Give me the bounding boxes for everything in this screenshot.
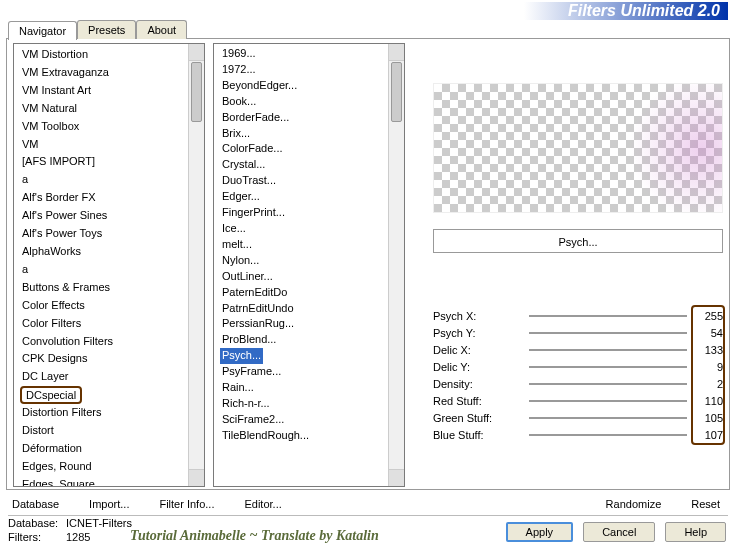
list-item[interactable]: CPK Designs (20, 350, 204, 368)
param-label: Psych Y: (433, 327, 523, 339)
list-item[interactable]: Distortion Filters (20, 404, 204, 422)
tab-presets[interactable]: Presets (77, 20, 136, 39)
tab-navigator[interactable]: Navigator (8, 21, 77, 40)
database-button[interactable]: Database (12, 498, 59, 510)
list-item[interactable]: Edges, Round (20, 458, 204, 476)
tutorial-credit: Tutorial Animabelle ~ Translate by Katal… (130, 528, 379, 544)
list-item[interactable]: Alf's Power Toys (20, 225, 204, 243)
list-item[interactable]: Color Effects (20, 297, 204, 315)
param-label: Delic X: (433, 344, 523, 356)
list-item[interactable]: Brix... (220, 126, 252, 140)
list-item[interactable]: PatrnEditUndo (220, 301, 296, 315)
list-item[interactable]: DC Layer (20, 368, 204, 386)
tab-bar: Navigator Presets About (8, 20, 187, 39)
list-item[interactable]: a (20, 171, 204, 189)
list-item[interactable]: melt... (220, 237, 254, 251)
main-panel: VM DistortionVM ExtravaganzaVM Instant A… (6, 38, 730, 490)
filter-info-button[interactable]: Filter Info... (159, 498, 214, 510)
list-item[interactable]: 1972... (220, 62, 258, 76)
param-slider[interactable] (529, 383, 687, 385)
param-row: Psych X:255 (433, 307, 723, 324)
values-highlight-box (691, 305, 725, 445)
list-item[interactable]: ProBlend... (220, 332, 278, 346)
status-filters-label: Filters: (8, 531, 60, 543)
param-slider[interactable] (529, 315, 687, 317)
list-item[interactable]: Buttons & Frames (20, 279, 204, 297)
category-scrollbar[interactable] (188, 44, 204, 486)
param-label: Red Stuff: (433, 395, 523, 407)
list-item[interactable]: Edger... (220, 189, 262, 203)
import-button[interactable]: Import... (89, 498, 129, 510)
category-list[interactable]: VM DistortionVM ExtravaganzaVM Instant A… (13, 43, 205, 487)
reset-button[interactable]: Reset (691, 498, 720, 510)
list-item[interactable]: DuoTrast... (220, 173, 278, 187)
list-item[interactable]: PsyFrame... (220, 364, 283, 378)
list-item[interactable]: Rain... (220, 380, 256, 394)
list-item[interactable]: Book... (220, 94, 258, 108)
param-label: Psych X: (433, 310, 523, 322)
param-slider[interactable] (529, 417, 687, 419)
status-filters-value: 1285 (66, 531, 90, 543)
help-button[interactable]: Help (665, 522, 726, 542)
param-slider[interactable] (529, 434, 687, 436)
filter-scrollbar[interactable] (388, 44, 404, 486)
bottom-toolbar-right: Randomize Reset (606, 498, 720, 510)
parameter-list: Psych X:255Psych Y:54Delic X:133Delic Y:… (433, 307, 723, 443)
param-row: Green Stuff:105 (433, 409, 723, 426)
list-item[interactable]: Alf's Power Sines (20, 207, 204, 225)
list-item[interactable]: TileBlendRough... (220, 428, 311, 442)
list-item[interactable]: Convolution Filters (20, 333, 204, 351)
preview-image (433, 83, 723, 213)
list-item[interactable]: PerssianRug... (220, 316, 296, 330)
list-item[interactable]: VM Instant Art (20, 82, 204, 100)
param-slider[interactable] (529, 400, 687, 402)
list-item[interactable]: Nylon... (220, 253, 261, 267)
list-item[interactable]: AlphaWorks (20, 243, 204, 261)
list-item[interactable]: Edges, Square (20, 476, 204, 487)
filter-list[interactable]: 1969...1972...BeyondEdger...Book...Borde… (213, 43, 405, 487)
list-item[interactable]: Crystal... (220, 157, 267, 171)
list-item[interactable]: a (20, 261, 204, 279)
param-label: Green Stuff: (433, 412, 523, 424)
list-item[interactable]: Déformation (20, 440, 204, 458)
list-item[interactable]: BorderFade... (220, 110, 291, 124)
list-item[interactable]: VM Extravaganza (20, 64, 204, 82)
list-item[interactable]: VM Toolbox (20, 118, 204, 136)
param-label: Density: (433, 378, 523, 390)
randomize-button[interactable]: Randomize (606, 498, 662, 510)
editor-button[interactable]: Editor... (244, 498, 281, 510)
bottom-toolbar-left: Database Import... Filter Info... Editor… (12, 498, 282, 510)
status-db-label: Database: (8, 517, 60, 529)
cancel-button[interactable]: Cancel (583, 522, 655, 542)
list-item[interactable]: OutLiner... (220, 269, 275, 283)
list-item[interactable]: Color Filters (20, 315, 204, 333)
list-item[interactable]: [AFS IMPORT] (20, 153, 204, 171)
apply-button[interactable]: Apply (506, 522, 574, 542)
param-label: Blue Stuff: (433, 429, 523, 441)
list-item[interactable]: SciFrame2... (220, 412, 286, 426)
param-slider[interactable] (529, 349, 687, 351)
param-slider[interactable] (529, 366, 687, 368)
list-item[interactable]: VM (20, 136, 204, 154)
param-row: Delic Y:9 (433, 358, 723, 375)
list-item[interactable]: VM Distortion (20, 46, 204, 64)
list-item[interactable]: PaternEditDo (220, 285, 289, 299)
param-label: Delic Y: (433, 361, 523, 373)
param-slider[interactable] (529, 332, 687, 334)
list-item[interactable]: VM Natural (20, 100, 204, 118)
tab-about[interactable]: About (136, 20, 187, 39)
list-item[interactable]: Psych... (220, 348, 263, 364)
list-item[interactable]: Ice... (220, 221, 248, 235)
list-item[interactable]: 1969... (220, 46, 258, 60)
preview-panel: Psych... (413, 43, 723, 299)
list-item[interactable]: FingerPrint... (220, 205, 287, 219)
dialog-buttons: Apply Cancel Help (506, 522, 726, 542)
list-item[interactable]: Rich-n-r... (220, 396, 272, 410)
app-title: Filters Unlimited 2.0 (388, 2, 728, 20)
list-item[interactable]: DCspecial (20, 386, 82, 404)
list-item[interactable]: ColorFade... (220, 141, 285, 155)
list-item[interactable]: BeyondEdger... (220, 78, 299, 92)
list-item[interactable]: Alf's Border FX (20, 189, 204, 207)
list-item[interactable]: Distort (20, 422, 204, 440)
preview-label: Psych... (433, 229, 723, 253)
